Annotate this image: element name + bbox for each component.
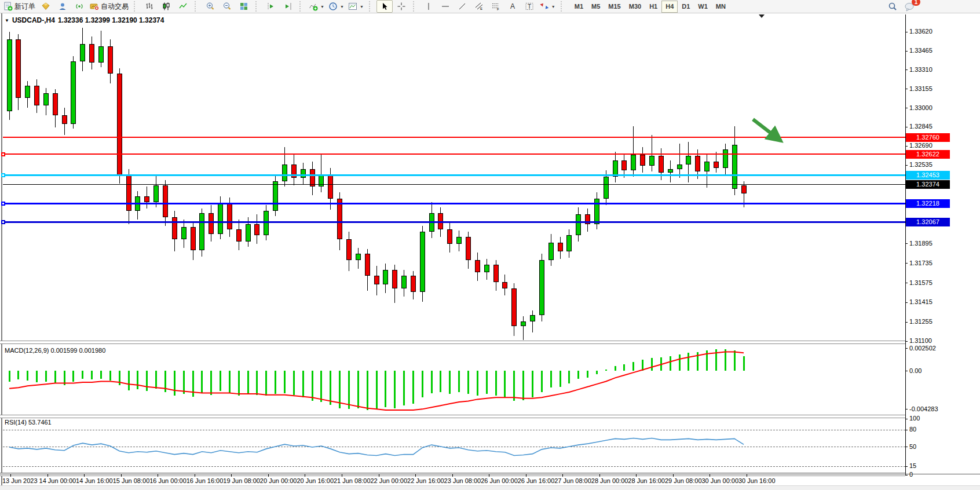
candle-body [732,145,737,189]
timeframe-button-h1[interactable]: H1 [645,1,661,13]
timeframe-button-mn[interactable]: MN [712,1,730,13]
timeframe-button-m5[interactable]: M5 [587,1,604,13]
tile-windows-icon [239,2,248,11]
macd-histogram-bar [403,371,405,405]
tile-windows-button[interactable] [236,0,252,13]
auto-scroll-button[interactable] [280,0,296,13]
cursor-button[interactable] [376,0,393,13]
notifications-button[interactable]: 1 [901,0,917,13]
timeframe-button-d1[interactable]: D1 [678,1,694,13]
candle-body [631,155,636,171]
candle-body [466,237,471,260]
bar-chart-button[interactable] [141,0,158,13]
horizontal-line-1.32622[interactable] [3,153,905,155]
zoom-out-button[interactable] [219,0,235,13]
chevron-down-icon: ▼ [5,18,9,23]
macd-histogram-bar [284,371,286,393]
indicators-button[interactable]: ▼ [307,0,326,13]
horizontal-line-1.32453[interactable] [3,174,905,176]
candle-body [566,235,572,251]
main-macd-separator[interactable] [0,341,905,344]
macd-histogram-bar [550,371,552,387]
timeframe-button-m15[interactable]: M15 [604,1,624,13]
chart-area[interactable]: ▼ USDCAD-,H4 1.32336 1.32399 1.32190 1.3… [0,13,980,490]
signal-button[interactable] [71,0,87,13]
macd-histogram-bar [109,371,111,381]
line-handle[interactable] [1,202,5,206]
vertical-line-button[interactable] [420,0,437,13]
candlestick-chart-button[interactable] [158,0,174,13]
timeframe-button-h4[interactable]: H4 [661,1,678,13]
candle-body [181,227,187,239]
timeframe-button-m30[interactable]: M30 [625,1,645,13]
macd-histogram-bar [367,371,368,410]
time-axis-tick [305,474,305,477]
candle-body [704,162,710,171]
equidistant-channel-icon: E [474,2,484,11]
macd-histogram-bar [100,371,102,379]
horizontal-line-1.32374[interactable] [3,184,905,185]
text-button[interactable]: A [504,0,521,13]
funds-button[interactable] [38,0,54,13]
horizontal-line-1.32760[interactable] [3,137,905,138]
candle-body [420,232,425,292]
macd-rsi-separator[interactable] [0,415,905,418]
line-chart-button[interactable] [175,0,191,13]
zoom-in-button[interactable] [202,0,218,13]
horizontal-line-1.32218[interactable] [3,203,905,204]
time-axis-tick [415,474,416,477]
macd-histogram-bar [155,371,157,389]
arrows-button[interactable]: ▼ [538,0,557,13]
equidistant-channel-button[interactable]: E [471,0,487,13]
macd-histogram-bar [670,356,671,371]
price-tag: 1.32067 [906,218,950,226]
timeframe-button-m1[interactable]: M1 [571,1,587,13]
toolbar-separator [134,1,139,12]
community-button[interactable] [54,0,71,13]
time-axis-tick [562,474,563,477]
time-axis-border [0,474,980,474]
macd-histogram-bar [568,371,570,383]
periods-button[interactable]: ▼ [327,0,346,13]
search-button[interactable] [884,0,901,13]
price-tag: 1.32760 [906,133,950,142]
axis-tick [905,322,908,323]
crosshair-button[interactable] [393,0,409,13]
macd-histogram-bar [376,371,378,409]
label-button[interactable]: T [521,0,537,13]
chart-shift-button[interactable] [263,0,279,13]
chevron-down-icon: ▼ [551,5,555,9]
svg-text:F: F [497,8,499,11]
label-icon: T [525,2,534,11]
price-axis-label: 1.31895 [909,240,933,247]
macd-indicator-label: MACD(12,26,9) 0.001599 0.001980 [5,347,105,354]
candle-wick [523,316,524,339]
candle-body [117,74,122,175]
trendline-button[interactable] [454,0,470,13]
time-axis-tick [10,474,11,477]
line-handle[interactable] [1,173,5,177]
templates-button[interactable]: ▼ [346,0,365,13]
macd-histogram-bar [467,371,469,394]
macd-histogram-bar [385,371,386,407]
rsi-level-line [3,466,905,467]
time-axis-label: 16 Jun 16:00 [187,477,224,484]
chart-shift-marker[interactable] [759,14,765,18]
indicators-icon [309,2,318,11]
horizontal-line-button[interactable] [437,0,454,13]
crosshair-icon [397,2,406,11]
macd-histogram-bar [560,371,561,387]
new-order-button[interactable]: 新订单 [2,0,37,13]
horizontal-line-1.32067[interactable] [3,221,905,223]
line-handle[interactable] [1,220,5,224]
chart-symbol-label: USDCAD-,H4 [12,16,55,24]
line-handle[interactable] [1,152,5,156]
time-axis-tick [636,474,637,477]
time-axis-tick [379,474,379,477]
fibonacci-button[interactable]: F [488,0,504,13]
timeframe-button-w1[interactable]: W1 [694,1,712,13]
algo-trading-button[interactable]: 自动交易 [88,0,130,13]
candle-body [659,156,664,173]
price-axis-label: 1.33310 [909,66,933,73]
candle-body [53,93,58,115]
